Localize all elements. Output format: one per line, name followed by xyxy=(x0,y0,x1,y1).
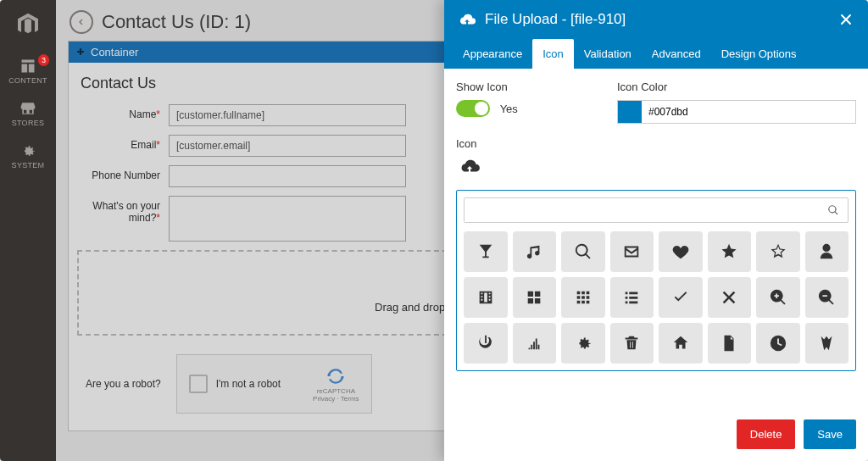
times-icon xyxy=(720,288,738,307)
th-large-icon xyxy=(525,288,543,307)
zoom-out-icon xyxy=(817,288,836,307)
icon-option-user[interactable] xyxy=(805,231,849,272)
icon-option-search[interactable] xyxy=(561,231,605,272)
icon-option-music[interactable] xyxy=(513,231,557,272)
icon-option-trash[interactable] xyxy=(610,323,654,364)
save-button[interactable]: Save xyxy=(804,419,856,449)
trash-icon xyxy=(622,334,641,353)
delete-button[interactable]: Delete xyxy=(737,419,796,449)
color-swatch[interactable] xyxy=(618,101,642,123)
icon-option-film[interactable] xyxy=(464,277,508,318)
search-icon[interactable] xyxy=(819,198,848,222)
th-icon xyxy=(574,288,593,307)
nav-stores[interactable]: STORES xyxy=(0,93,56,136)
clock-icon xyxy=(769,334,787,353)
store-icon xyxy=(19,100,36,117)
notification-badge: 3 xyxy=(38,54,49,66)
icon-option-clock[interactable] xyxy=(756,323,800,364)
icon-option-star-o[interactable] xyxy=(756,231,800,272)
heart-icon xyxy=(671,242,690,261)
panel-title: File Upload - [file-910] xyxy=(485,11,626,28)
film-icon xyxy=(476,288,495,307)
nav-stores-label: STORES xyxy=(12,119,45,127)
icon-option-file[interactable] xyxy=(708,323,752,364)
icon-option-glass[interactable] xyxy=(464,231,508,272)
icon-option-check[interactable] xyxy=(659,277,703,318)
music-icon xyxy=(525,242,543,261)
home-icon xyxy=(671,334,690,353)
layout-icon xyxy=(19,58,36,75)
admin-rail: CONTENT 3 STORES SYSTEM xyxy=(0,0,56,461)
tab-advanced[interactable]: Advanced xyxy=(642,39,711,69)
show-icon-value: Yes xyxy=(500,103,518,115)
envelope-icon xyxy=(622,242,641,261)
tab-validation[interactable]: Validation xyxy=(574,39,642,69)
show-icon-toggle[interactable] xyxy=(456,100,490,117)
glass-icon xyxy=(476,242,495,261)
power-icon xyxy=(476,334,495,353)
file-icon xyxy=(720,334,738,353)
bars-icon xyxy=(525,334,543,353)
settings-panel: File Upload - [file-910] Appearance Icon… xyxy=(444,0,868,461)
icon-option-heart[interactable] xyxy=(659,231,703,272)
icon-option-times[interactable] xyxy=(708,277,752,318)
icon-option-envelope[interactable] xyxy=(610,231,654,272)
icon-option-zoom-out[interactable] xyxy=(805,277,849,318)
icon-option-th-large[interactable] xyxy=(513,277,557,318)
tab-icon[interactable]: Icon xyxy=(532,39,574,69)
icon-color-label: Icon Color xyxy=(617,81,856,93)
zoom-in-icon xyxy=(769,288,787,307)
road-icon xyxy=(817,334,836,353)
tab-appearance[interactable]: Appearance xyxy=(453,39,532,69)
icon-search-input[interactable] xyxy=(465,198,819,222)
icon-option-power[interactable] xyxy=(464,323,508,364)
icon-option-road[interactable] xyxy=(805,323,849,364)
icon-option-bars[interactable] xyxy=(513,323,557,364)
star-o-icon xyxy=(769,242,787,261)
tab-design-options[interactable]: Design Options xyxy=(711,39,807,69)
panel-tabs: Appearance Icon Validation Advanced Desi… xyxy=(444,39,868,69)
icon-section-label: Icon xyxy=(456,137,856,150)
close-icon[interactable] xyxy=(837,11,854,28)
cog-icon xyxy=(574,334,593,353)
nav-content-label: CONTENT xyxy=(8,76,47,85)
gear-icon xyxy=(19,142,36,159)
list-icon xyxy=(622,288,641,307)
check-icon xyxy=(671,288,690,307)
icon-option-home[interactable] xyxy=(659,323,703,364)
nav-content[interactable]: CONTENT 3 xyxy=(0,51,56,93)
icon-option-th[interactable] xyxy=(561,277,605,318)
icon-option-list[interactable] xyxy=(610,277,654,318)
icon-option-cog[interactable] xyxy=(561,323,605,364)
icon-picker xyxy=(456,190,856,371)
cloud-upload-icon xyxy=(458,10,476,29)
icon-option-zoom-in[interactable] xyxy=(756,277,800,318)
magento-logo xyxy=(8,5,47,44)
icon-option-star[interactable] xyxy=(708,231,752,272)
show-icon-label: Show Icon xyxy=(456,81,583,93)
current-icon-preview xyxy=(456,155,856,180)
user-icon xyxy=(817,242,836,261)
star-icon xyxy=(720,242,738,261)
search-icon xyxy=(574,242,593,261)
color-input[interactable] xyxy=(642,102,855,122)
nav-system-label: SYSTEM xyxy=(12,161,45,169)
nav-system[interactable]: SYSTEM xyxy=(0,136,56,178)
